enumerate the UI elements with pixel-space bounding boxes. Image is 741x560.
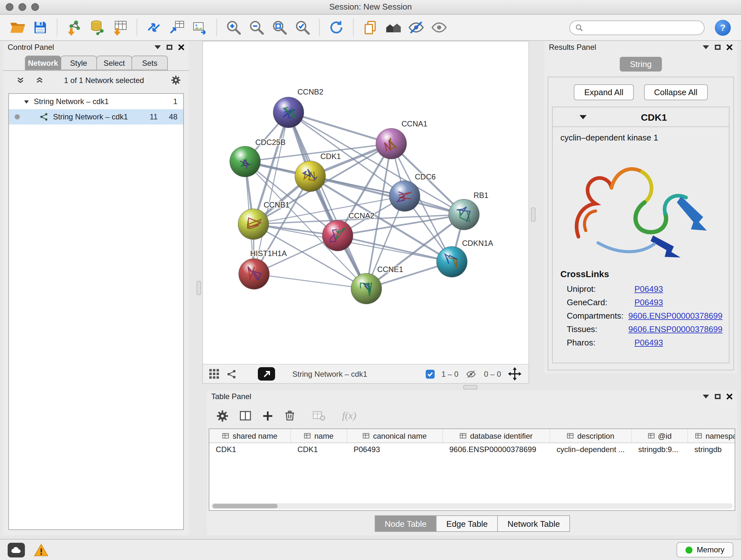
table-row[interactable]: CDK1CDK1P064939606.ENSP00000378699cyclin… [209,443,735,457]
tab-network-table[interactable]: Network Table [497,515,570,532]
close-panel-button[interactable] [726,393,733,400]
column-header-database-identifier[interactable]: database identifier [443,429,550,442]
tab-string[interactable]: String [620,57,662,71]
right-splitter-handle[interactable] [531,207,536,222]
close-panel-button[interactable] [726,44,733,51]
import-table-button[interactable] [109,17,131,38]
column-header-name[interactable]: name [291,429,347,442]
table-cell[interactable]: stringdb:9... [632,443,688,457]
float-panel-button[interactable] [715,45,721,50]
new-network-button[interactable] [143,17,165,38]
table-cell[interactable]: stringdb [688,443,735,457]
crosslink-link[interactable]: 9606.ENSP00000378699 [628,324,723,334]
tree-root-row[interactable]: String Network – cdk1 1 [9,94,183,109]
tab-node-table[interactable]: Node Table [374,515,436,532]
tab-style[interactable]: Style [61,56,97,70]
table-cell[interactable]: P06493 [347,443,443,457]
panel-menu-button[interactable] [703,394,709,399]
zoom-selected-button[interactable] [292,17,313,38]
float-panel-button[interactable] [715,394,721,399]
table-cell[interactable]: CDK1 [291,443,347,457]
close-window-button[interactable] [6,3,13,11]
tab-network[interactable]: Network [25,56,61,70]
tree-network-row[interactable]: String Network – cdk1 11 48 [9,109,183,125]
open-in-browser-button[interactable] [258,367,275,381]
table-cell[interactable]: CDK1 [209,443,291,457]
crosslink-link[interactable]: 9606.ENSP00000378699 [628,311,723,320]
table-cell[interactable]: cyclin–dependent ... [550,443,632,457]
edge-CCNB2-CCNA1[interactable] [288,112,391,144]
open-session-button[interactable] [6,17,28,38]
save-session-button[interactable] [29,17,51,38]
expand-all-button[interactable]: Expand All [574,84,634,100]
help-button[interactable]: ? [715,19,731,36]
tab-sets[interactable]: Sets [132,56,168,70]
delete-column-button[interactable] [283,409,296,422]
zoom-fit-button[interactable] [269,17,290,38]
network-options-button[interactable] [171,75,181,85]
node-CDC6[interactable] [389,181,420,211]
zoom-out-button[interactable] [246,17,267,38]
edge-CCNA2-CDKN1A[interactable] [338,236,452,262]
panel-menu-button[interactable] [154,45,161,50]
network-type-button[interactable] [226,369,237,379]
cloud-status-button[interactable] [8,543,25,557]
edge-CDK1-RB1[interactable] [310,176,464,214]
crosslink-link[interactable]: P06493 [634,284,663,294]
panel-menu-button[interactable] [703,45,709,50]
bottom-splitter-handle[interactable] [463,385,477,389]
node-HIST1H1A[interactable] [239,259,269,289]
warnings-button[interactable] [34,543,49,557]
tab-edge-table[interactable]: Edge Table [436,515,498,532]
scrollbar-thumb[interactable] [212,504,278,508]
node-RB1[interactable] [449,199,479,230]
tab-select[interactable]: Select [96,56,132,70]
import-network-database-button[interactable] [86,17,108,38]
network-canvas[interactable]: CCNB2CCNA1CDC25BCDK1CDC6RB1CCNB1CCNA2CDK… [203,42,529,364]
birdseye-view-button[interactable] [209,368,219,379]
search-input[interactable] [587,23,699,32]
show-columns-button[interactable] [239,409,252,422]
protein-section-header[interactable]: CDK1 [553,107,729,127]
node-CCNE1[interactable] [351,273,382,304]
network-from-table-button[interactable] [166,17,188,38]
create-column-button[interactable] [262,410,274,422]
left-splitter-handle[interactable] [197,281,201,295]
node-CCNA2[interactable] [322,220,353,251]
minimize-window-button[interactable] [18,3,26,11]
pan-mode-button[interactable] [508,367,522,381]
function-builder-button[interactable]: f(x) [342,410,356,422]
float-panel-button[interactable] [166,45,172,50]
crosslink-link[interactable]: P06493 [634,298,663,307]
expand-all-tree-button[interactable] [17,76,24,84]
table-options-button[interactable] [216,409,229,422]
export-image-button[interactable] [189,17,211,38]
table-cell[interactable]: 9606.ENSP00000378699 [443,443,550,457]
column-header-description[interactable]: description [550,429,632,442]
delete-table-button[interactable] [312,409,326,423]
edge-CCNB2-CCNE1[interactable] [288,112,366,289]
close-panel-button[interactable] [178,44,185,51]
refresh-button[interactable] [326,17,347,38]
column-header-canonical-name[interactable]: canonical name [347,429,443,442]
column-header-shared-name[interactable]: shared name [209,429,291,442]
collapse-all-tree-button[interactable] [36,76,44,84]
home-button[interactable] [382,17,404,38]
toolbar-search[interactable] [569,20,704,35]
collapse-all-button[interactable]: Collapse All [644,84,708,100]
selected-checkbox-icon[interactable] [425,369,434,378]
column-header-namespac[interactable]: namespac [688,429,735,442]
crosslink-link[interactable]: P06493 [634,338,663,348]
node-CCNB1[interactable] [238,209,269,240]
memory-button[interactable]: Memory [676,542,733,557]
edge-HIST1H1A-CCNE1[interactable] [254,274,366,289]
zoom-in-button[interactable] [223,17,245,38]
zoom-window-button[interactable] [31,3,39,11]
column-header--id[interactable]: @id [632,429,688,442]
node-CDKN1A[interactable] [436,246,467,277]
show-hidden-button[interactable] [428,17,450,38]
hide-selected-button[interactable] [405,17,427,38]
horizontal-scrollbar[interactable] [211,503,733,509]
import-network-file-button[interactable] [63,17,85,38]
copy-button[interactable] [359,17,381,38]
